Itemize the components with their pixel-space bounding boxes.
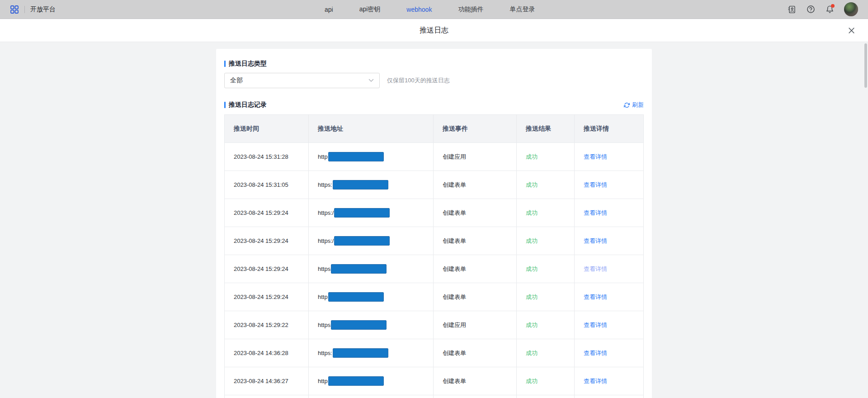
push-detail-cell: 查看详情 — [575, 227, 643, 255]
push-detail-cell: 查看详情 — [575, 367, 643, 395]
push-url-cell: http — [309, 367, 434, 395]
push-result-cell: 成功 — [517, 143, 575, 171]
nav-item-label: api密钥 — [359, 5, 381, 13]
push-result-cell: 成功 — [517, 171, 575, 199]
push-log-panel: 推送日志类型 全部 仅保留100天的推送日志 推送日志记录 — [216, 49, 652, 398]
header-divider — [24, 6, 25, 13]
url-prefix-text: https: — [318, 350, 332, 356]
redacted-url-bar — [328, 292, 384, 302]
app-header-left: 开放平台 — [10, 5, 56, 14]
push-url-cell: https:/ — [309, 199, 434, 227]
redacted-url-bar — [333, 348, 388, 358]
push-detail-cell: 查看详情 — [575, 199, 643, 227]
push-time-cell: 2023-08-24 15:29:24 — [225, 255, 309, 283]
push-result-cell: 成功 — [517, 199, 575, 227]
url-prefix-text: http — [318, 294, 328, 300]
scrollbar-thumb[interactable] — [864, 43, 867, 88]
log-record-section-title: 推送日志记录 — [224, 101, 267, 109]
page-scrollbar[interactable] — [863, 42, 868, 398]
nav-item-label: 单点登录 — [509, 5, 535, 13]
nav-item[interactable]: webhook — [406, 6, 432, 13]
push-detail-cell: 查看详情 — [575, 339, 643, 367]
push-detail-cell: 查看详情 — [575, 283, 643, 311]
nav-item[interactable]: 功能插件 — [458, 5, 483, 14]
push-time-cell: 2023-08-24 15:31:28 — [225, 143, 309, 171]
view-detail-link[interactable]: 查看详情 — [584, 293, 607, 301]
redacted-url-bar — [334, 208, 390, 218]
help-icon[interactable] — [806, 5, 815, 14]
view-detail-link[interactable]: 查看详情 — [584, 209, 607, 217]
push-event-cell: 创建应用 — [434, 311, 517, 339]
push-result-cell: 成功 — [517, 227, 575, 255]
push-event-cell: 创建表单 — [434, 227, 517, 255]
redacted-url-bar — [328, 376, 384, 386]
refresh-button[interactable]: 刷新 — [624, 101, 644, 109]
table-row: 2023-08-24 14:36:28 https: 创建表单 成功 查看详情 — [225, 339, 643, 367]
view-detail-link[interactable]: 查看详情 — [584, 153, 607, 161]
url-prefix-text: http — [318, 153, 328, 160]
push-url-cell: https — [309, 311, 434, 339]
push-event-cell: 创建表单 — [434, 339, 517, 367]
view-detail-link[interactable]: 查看详情 — [584, 237, 607, 245]
top-nav: apiapi密钥webhook功能插件单点登录 — [325, 0, 535, 19]
push-result-cell: 成功 — [517, 339, 575, 367]
push-time-cell: 2023-08-24 15:29:22 — [225, 311, 309, 339]
push-detail-cell: 查看详情 — [575, 171, 643, 199]
nav-item-label: api — [325, 6, 333, 13]
log-record-header: 推送日志记录 刷新 — [224, 101, 644, 109]
redacted-url-bar — [331, 320, 387, 330]
redacted-url-bar — [334, 236, 390, 246]
push-event-cell: 创建表单 — [434, 283, 517, 311]
empty-cell — [517, 395, 575, 398]
nav-item[interactable]: api — [325, 6, 333, 13]
url-prefix-text: https: — [318, 181, 332, 188]
push-time-cell: 2023-08-24 15:29:24 — [225, 227, 309, 255]
push-event-cell: 创建表单 — [434, 367, 517, 395]
log-table-body: 2023-08-24 15:31:28 http 创建应用 成功 查看详情 20… — [225, 143, 643, 398]
redacted-url-bar — [331, 264, 387, 274]
push-time-cell: 2023-08-24 15:29:24 — [225, 283, 309, 311]
view-detail-link[interactable]: 查看详情 — [584, 349, 607, 357]
push-time-cell: 2023-08-24 15:31:05 — [225, 171, 309, 199]
filter-row: 全部 仅保留100天的推送日志 — [224, 73, 644, 88]
refresh-icon — [624, 102, 630, 108]
push-event-cell: 创建表单 — [434, 199, 517, 227]
view-detail-link[interactable]: 查看详情 — [584, 377, 607, 385]
push-event-cell: 创建表单 — [434, 255, 517, 283]
table-row: 2023-08-24 14:36:27 http 创建表单 成功 查看详情 — [225, 367, 643, 395]
close-icon[interactable] — [846, 25, 856, 35]
log-type-select[interactable]: 全部 — [224, 73, 380, 88]
empty-cell — [225, 395, 309, 398]
nav-item[interactable]: 单点登录 — [509, 5, 535, 14]
retention-note: 仅保留100天的推送日志 — [387, 76, 450, 85]
refresh-label: 刷新 — [632, 101, 644, 109]
push-url-cell: https: — [309, 171, 434, 199]
push-url-cell: https — [309, 255, 434, 283]
bell-icon[interactable] — [825, 5, 834, 14]
view-detail-link[interactable]: 查看详情 — [584, 321, 607, 329]
view-detail-link[interactable]: 查看详情 — [584, 265, 607, 273]
log-record-section-label: 推送日志记录 — [229, 101, 267, 109]
push-time-cell: 2023-08-24 14:36:27 — [225, 367, 309, 395]
table-row: 2023-08-24 15:29:24 https:/ 创建表单 成功 查看详情 — [225, 227, 643, 255]
avatar[interactable] — [844, 2, 858, 16]
contacts-icon[interactable] — [787, 5, 796, 14]
empty-cell — [309, 395, 434, 398]
table-row: 2023-08-24 15:29:24 https:/ 创建表单 成功 查看详情 — [225, 199, 643, 227]
push-time-cell: 2023-08-24 14:36:28 — [225, 339, 309, 367]
redacted-url-bar — [333, 180, 388, 190]
apps-grid-icon[interactable] — [10, 5, 19, 14]
push-detail-cell: 查看详情 — [575, 255, 643, 283]
column-header: 推送详情 — [575, 115, 643, 142]
notification-badge — [831, 4, 835, 8]
table-row-partial — [225, 395, 643, 398]
nav-item[interactable]: api密钥 — [359, 5, 381, 14]
push-url-cell: http — [309, 143, 434, 171]
view-detail-link[interactable]: 查看详情 — [584, 181, 607, 189]
table-header-row: 推送时间推送地址推送事件推送结果推送详情 — [225, 115, 643, 143]
nav-item-label: 功能插件 — [458, 5, 483, 13]
column-header: 推送事件 — [434, 115, 517, 142]
table-row: 2023-08-24 15:29:24 http 创建表单 成功 查看详情 — [225, 283, 643, 311]
app-title: 开放平台 — [30, 5, 56, 14]
log-type-section-label: 推送日志类型 — [229, 60, 267, 68]
